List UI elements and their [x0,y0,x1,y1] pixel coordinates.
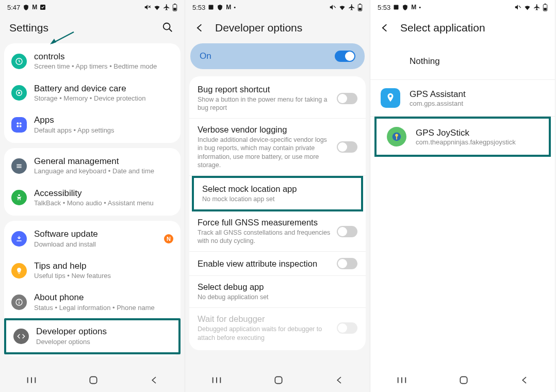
app-title: GPS JoyStick [416,128,516,138]
nav-back-icon[interactable] [520,375,529,385]
app-item-gps-joystick[interactable]: GPS JoyStick com.theappninjas.fakegpsjoy… [374,117,551,157]
svg-rect-17 [17,164,21,165]
status-time: 5:47 [7,4,20,11]
battery-icon [543,4,548,11]
item-bug-report-shortcut[interactable]: Bug report shortcut Show a button in the… [189,78,366,119]
back-icon[interactable] [194,23,205,33]
toggle-switch[interactable] [337,141,357,153]
battery-care-icon [11,85,27,101]
svg-rect-44 [396,136,397,139]
item-sub: Screen time • App timers • Bedtime mode [34,62,173,71]
item-apps[interactable]: Apps Default apps • App settings [4,109,181,141]
item-title: Tips and help [34,261,173,271]
developer-icon [13,329,29,344]
status-time: 5:53 [378,4,390,11]
item-title: Wait for debugger [198,314,331,324]
toggle-switch[interactable] [337,258,357,269]
wifi-icon [153,4,161,11]
item-title: Software update [34,229,157,239]
item-digital-wellbeing[interactable]: controls Screen time • App timers • Bedt… [4,45,181,77]
wifi-icon [338,4,346,11]
nav-bar [185,368,370,392]
item-accessibility[interactable]: Accessibility TalkBack • Mono audio • As… [4,182,181,214]
app-sub: com.gps.assistant [410,100,466,107]
svg-rect-27 [90,377,96,383]
airplane-icon [163,4,170,11]
item-title: Bug report shortcut [198,85,331,95]
nav-home-icon[interactable] [88,375,99,385]
item-wait-for-debugger: Wait for debugger Debugged application w… [189,308,366,348]
gps-joystick-icon [387,127,406,146]
card-group: General management Language and keyboard… [4,148,181,216]
header: Settings [0,14,185,43]
svg-rect-18 [17,166,21,166]
item-select-debug-app[interactable]: Select debug app No debug application se… [189,276,366,308]
status-bar: 5:47 M [0,0,185,14]
item-title: Battery and device care [34,84,173,94]
item-view-attribute-inspection[interactable]: Enable view attribute inspection [189,252,366,276]
mail-icon: M [226,4,231,11]
search-icon[interactable] [162,22,173,33]
toggle-switch[interactable] [337,226,357,237]
mail-icon: M [32,4,37,11]
item-battery[interactable]: Battery and device care Storage • Memory… [4,77,181,109]
svg-point-15 [17,125,19,127]
status-bar: 5:53 M • [370,0,555,14]
item-software-update[interactable]: Software update Download and install N [4,223,181,255]
on-label: On [200,51,211,61]
master-toggle-switch[interactable] [335,51,355,62]
master-toggle-row[interactable]: On [190,43,365,69]
svg-line-8 [52,32,74,43]
item-sub: No debug application set [198,293,357,301]
toggle-switch[interactable] [337,93,357,104]
item-tips[interactable]: Tips and help Useful tips • New features [4,255,181,287]
item-sub: No mock location app set [202,195,353,203]
app-list: Nothing GPS Assistant com.gps.assistant … [370,43,555,368]
wellbeing-icon [11,54,27,69]
wifi-icon [524,4,531,11]
nav-back-icon[interactable] [150,375,159,385]
svg-point-20 [18,194,20,196]
toggle-switch [337,322,357,334]
item-general-management[interactable]: General management Language and keyboard… [4,150,181,182]
item-title: controls [34,52,173,62]
item-sub: Status • Legal information • Phone name [34,304,173,312]
item-select-mock-location[interactable]: Select mock location app No mock locatio… [192,176,363,211]
svg-rect-19 [17,167,21,168]
svg-rect-37 [394,5,399,10]
settings-content: controls Screen time • App timers • Bedt… [0,43,185,368]
page-title: Developer options [215,22,302,34]
svg-rect-23 [19,300,19,301]
item-force-gnss[interactable]: Force full GNSS measurements Track all G… [189,211,366,252]
general-icon [11,158,27,174]
app-item-nothing[interactable]: Nothing [370,43,555,80]
nav-recents-icon[interactable] [211,375,222,385]
item-title: Force full GNSS measurements [198,218,331,228]
gps-assistant-icon [381,88,400,108]
mail-icon: M [411,4,416,11]
mute-icon [514,4,521,11]
item-sub: Show a button in the power menu for taki… [198,95,331,112]
update-badge: N [164,234,173,243]
phone-developer-options: 5:53 M • Developer options On Bug report… [185,0,370,392]
svg-rect-40 [545,4,546,5]
nav-home-icon[interactable] [459,375,469,385]
item-sub: Download and install [34,240,157,249]
svg-line-7 [169,29,172,32]
item-title: Select debug app [198,282,357,292]
item-verbose-vendor-logging[interactable]: Verbose vendor logging Include additiona… [189,119,366,176]
nav-back-icon[interactable] [335,375,344,385]
update-icon [11,231,27,247]
accessibility-icon [11,190,27,205]
item-about-phone[interactable]: About phone Status • Legal information •… [4,286,181,318]
status-bar: 5:53 M • [185,0,370,14]
item-developer-options[interactable]: Developer options Developer options [4,318,181,354]
nav-recents-icon[interactable] [26,375,37,385]
back-icon[interactable] [380,23,390,33]
app-item-gps-assistant[interactable]: GPS Assistant com.gps.assistant [370,80,555,117]
app-title: GPS Assistant [410,89,466,100]
nav-recents-icon[interactable] [396,375,407,385]
about-icon [11,295,27,310]
nav-home-icon[interactable] [273,375,284,385]
item-sub: Storage • Memory • Device protection [34,94,173,103]
